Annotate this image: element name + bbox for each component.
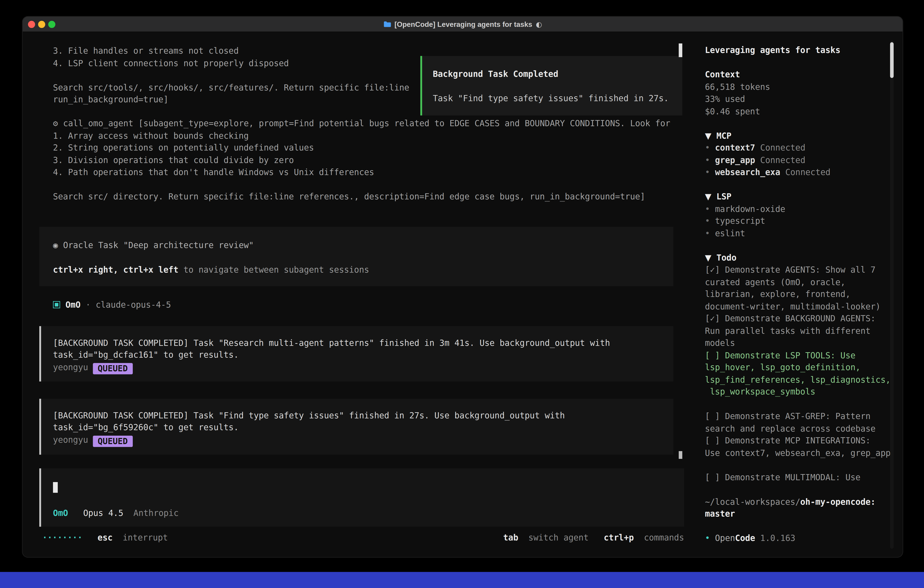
zoom-button[interactable] bbox=[48, 20, 55, 28]
tool-call-block: ⚙call_omo_agent [subagent_type=explore, … bbox=[53, 117, 670, 203]
todo-item: [✓] Demonstrate BACKGROUND AGENTS: Run p… bbox=[705, 312, 893, 349]
lsp-item: •markdown-oxide bbox=[705, 203, 893, 215]
tool-call-line: 4. Path operations that don't handle Win… bbox=[53, 166, 670, 178]
message-meta: yeongyuQUEUED bbox=[53, 361, 673, 374]
folder-icon bbox=[383, 21, 391, 28]
message-line: [BACKGROUND TASK COMPLETED] Task "Find t… bbox=[53, 409, 673, 421]
status-bar-right: tab switch agent ctrl+p commands bbox=[503, 531, 684, 543]
oracle-nav-hint: ctrl+x right, ctrl+x left to navigate be… bbox=[53, 263, 673, 276]
agent-model: claude-opus-4-5 bbox=[96, 299, 171, 311]
brand-open: Open bbox=[715, 533, 735, 543]
tool-call-line: 1. Array access without bounds checking bbox=[53, 129, 670, 142]
traffic-lights bbox=[23, 20, 56, 28]
toast-title: Background Task Completed bbox=[433, 68, 682, 80]
context-used: 33% used bbox=[705, 93, 893, 105]
todo-item: [ ] Demonstrate MULTIMODAL: Use bbox=[705, 471, 893, 483]
mcp-item: •websearch_exaConnected bbox=[705, 166, 893, 178]
tab-key-label: switch agent bbox=[528, 533, 589, 542]
screen: [OpenCode] Leveraging agents for tasks ◐… bbox=[0, 0, 924, 588]
input-provider-name: Anthropic bbox=[134, 508, 179, 518]
workspace-repo: oh-my-opencode: bbox=[800, 497, 876, 506]
sidebar: Leveraging agents for tasks Context 66,5… bbox=[696, 32, 903, 557]
tool-call-line: Search src/ directory. Return specific f… bbox=[53, 190, 670, 203]
agent-square-icon bbox=[53, 301, 60, 308]
text-cursor bbox=[53, 482, 58, 493]
context-tokens: 66,518 tokens bbox=[705, 81, 893, 93]
lsp-item: •eslint bbox=[705, 227, 893, 239]
log-line: run_in_background=true] bbox=[53, 93, 409, 106]
lsp-heading[interactable]: ▼LSP bbox=[705, 190, 893, 203]
agent-header: OmO · claude-opus-4-5 bbox=[53, 299, 171, 311]
message-line: task_id="bg_6f59260c" to get results. bbox=[53, 421, 673, 434]
oracle-task-title: ◉Oracle Task "Deep architecture review" bbox=[53, 239, 673, 251]
log-block-top: 3. File handles or streams not closed 4.… bbox=[53, 45, 409, 106]
todo-item: [ ] Demonstrate MCP INTEGRATIONS: Use co… bbox=[705, 434, 893, 459]
tool-call-line: 3. Division operations that could divide… bbox=[53, 154, 670, 166]
mcp-heading[interactable]: ▼MCP bbox=[705, 129, 893, 142]
session-title: Leveraging agents for tasks bbox=[705, 44, 893, 56]
prompt-input[interactable]: OmO Opus 4.5 Anthropic bbox=[40, 468, 684, 527]
background-window-strip bbox=[0, 572, 924, 588]
context-section: Context 66,518 tokens 33% used $0.46 spe… bbox=[705, 68, 893, 117]
sidebar-scrollbar-thumb[interactable] bbox=[890, 42, 894, 78]
ctrlp-key-label: commands bbox=[644, 533, 684, 542]
chevron-down-icon: ▼ bbox=[705, 192, 711, 201]
chevron-down-icon: ▼ bbox=[705, 253, 711, 262]
tab-key-hint: tab bbox=[503, 533, 518, 542]
input-agent-name: OmO bbox=[53, 508, 68, 518]
message-author: yeongyu bbox=[53, 362, 88, 372]
titlebar: [OpenCode] Leveraging agents for tasks ◐ bbox=[23, 17, 903, 32]
message-line: [BACKGROUND TASK COMPLETED] Task "Resear… bbox=[53, 337, 673, 349]
mcp-item: •context7Connected bbox=[705, 142, 893, 154]
log-line: 4. LSP client connections not properly d… bbox=[53, 57, 409, 69]
todo-section: ▼Todo [✓] Demonstrate AGENTS: Show all 7… bbox=[705, 251, 893, 483]
workspace-branch: master bbox=[705, 508, 893, 520]
workspace-prefix: ~/local-workspaces/ bbox=[705, 497, 800, 506]
mcp-item: •grep_appConnected bbox=[705, 154, 893, 166]
bullet-icon: • bbox=[705, 143, 710, 152]
tool-call-line: 2. String operations on potentially unde… bbox=[53, 142, 670, 154]
log-line: Search src/tools/, src/hooks/, src/featu… bbox=[53, 81, 409, 93]
oracle-task-panel: ◉Oracle Task "Deep architecture review" … bbox=[40, 227, 673, 286]
bullet-icon: • bbox=[705, 228, 710, 238]
window-title-text: [OpenCode] Leveraging agents for tasks bbox=[394, 20, 532, 28]
bullet-icon: • bbox=[705, 167, 710, 177]
lsp-item: •typescript bbox=[705, 215, 893, 227]
mcp-section: ▼MCP •context7Connected •grep_appConnect… bbox=[705, 129, 893, 178]
minimize-button[interactable] bbox=[38, 20, 45, 28]
chevron-down-icon: ▼ bbox=[705, 131, 711, 140]
sidebar-scrollbar-track[interactable] bbox=[890, 40, 894, 549]
brand-code: Code bbox=[735, 533, 755, 543]
input-model-name: Opus 4.5 bbox=[83, 508, 124, 518]
gear-icon: ⚙ bbox=[53, 119, 58, 128]
keyboard-shortcut: ctrl+x right, ctrl+x left bbox=[53, 264, 178, 274]
terminal-window: [OpenCode] Leveraging agents for tasks ◐… bbox=[22, 16, 903, 558]
todo-item: [ ] Demonstrate AST-GREP: Pattern search… bbox=[705, 410, 893, 434]
toast-body: Task "Find type safety issues" finished … bbox=[433, 92, 682, 105]
bullet-icon: • bbox=[705, 216, 710, 226]
lsp-section: ▼LSP •markdown-oxide •typescript •eslint bbox=[705, 190, 893, 239]
message-line: task_id="bg_dcfac161" to get results. bbox=[53, 349, 673, 361]
context-spent: $0.46 spent bbox=[705, 105, 893, 117]
message-block: [BACKGROUND TASK COMPLETED] Task "Resear… bbox=[40, 326, 673, 381]
tool-call-text: call_omo_agent [subagent_type=explore, p… bbox=[63, 119, 670, 128]
version-number: 1.0.163 bbox=[760, 533, 795, 543]
radio-dot-icon: ◉ bbox=[53, 240, 58, 249]
version-row: •OpenCode1.0.163 bbox=[705, 532, 893, 544]
spinner-dots: ········ bbox=[42, 533, 82, 542]
window-title: [OpenCode] Leveraging agents for tasks ◐ bbox=[23, 17, 903, 31]
separator-dot: · bbox=[86, 299, 91, 311]
main-scrollbar-mark[interactable] bbox=[679, 451, 682, 459]
context-heading: Context bbox=[705, 68, 893, 81]
message-meta: yeongyuQUEUED bbox=[53, 434, 673, 447]
message-block: [BACKGROUND TASK COMPLETED] Task "Find t… bbox=[40, 399, 673, 455]
main-scrollbar-thumb[interactable] bbox=[679, 43, 682, 57]
todo-heading[interactable]: ▼Todo bbox=[705, 251, 893, 264]
bullet-icon: • bbox=[705, 204, 710, 213]
log-line: 3. File handles or streams not closed bbox=[53, 45, 409, 57]
input-meta-row: OmO Opus 4.5 Anthropic bbox=[53, 507, 178, 519]
esc-key-label: interrupt bbox=[123, 533, 168, 542]
bullet-icon: • bbox=[705, 533, 710, 543]
close-button[interactable] bbox=[28, 20, 35, 28]
status-badge: QUEUED bbox=[93, 435, 132, 447]
